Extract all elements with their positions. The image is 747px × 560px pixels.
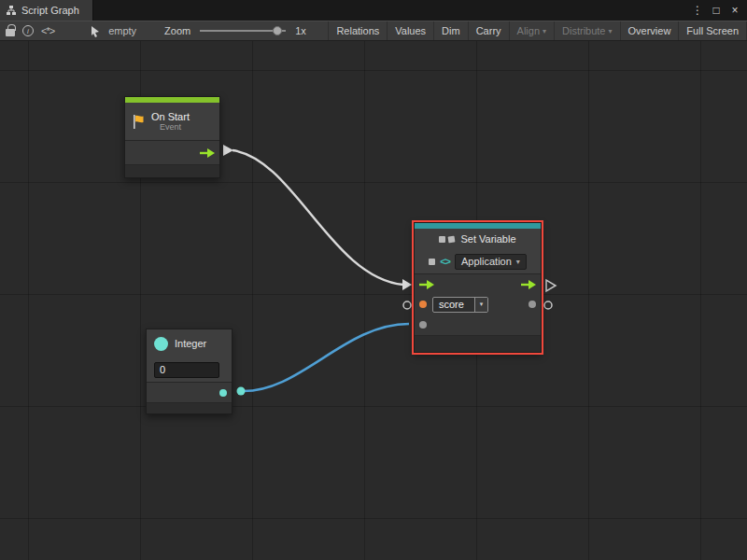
carry-button[interactable]: Carry: [468, 21, 509, 40]
value-output-port-open[interactable]: [544, 301, 552, 309]
relations-button[interactable]: Relations: [328, 21, 387, 40]
node-footer: [415, 335, 541, 352]
toolbar-buttons: Relations Values Dim Carry Align ▾ Distr…: [328, 21, 747, 40]
value-input-port[interactable]: [419, 321, 427, 329]
node-subtitle: Event: [151, 122, 190, 132]
lock-icon[interactable]: [6, 29, 15, 36]
integer-header: Integer: [147, 329, 232, 357]
wires-layer: [0, 41, 747, 560]
tab-title: Script Graph: [21, 5, 79, 16]
flow-output-port[interactable]: [200, 148, 215, 158]
wire-flow-onstart-setvariable[interactable]: [233, 150, 403, 285]
menu-icon[interactable]: ⋮: [689, 4, 706, 17]
flow-output-port-open[interactable]: [546, 280, 556, 291]
integer-value-field[interactable]: 0: [154, 362, 219, 378]
node-footer: [125, 164, 219, 177]
flow-output-port[interactable]: [521, 280, 536, 289]
node-integer[interactable]: Integer 0: [146, 329, 233, 414]
wire-value-integer-setvariable[interactable]: [241, 324, 409, 391]
selection-group: empty: [84, 21, 142, 40]
set-variable-kind-row: <> Application ▾: [415, 249, 541, 273]
variable-name-value: score: [433, 298, 474, 312]
scope-icon: [429, 259, 435, 265]
cursor-icon: [90, 25, 101, 37]
flow-arrowhead: [402, 279, 412, 290]
caret-down-icon: ▾: [543, 27, 546, 35]
graph-canvas[interactable]: On Start Event Set Variable <> Appli: [0, 41, 747, 560]
integer-type-icon: [154, 337, 168, 351]
script-graph-window: Script Graph ⋮ □ × i <*> empty Zoom 1x: [0, 0, 747, 560]
fullscreen-button[interactable]: Full Screen: [678, 21, 747, 40]
flow-ports-row: [415, 273, 541, 294]
integer-field-row: 0: [147, 357, 232, 382]
graph-icon: [6, 5, 17, 16]
tab-bar: Script Graph ⋮ □ ×: [0, 0, 747, 21]
set-variable-header: Set Variable: [415, 229, 541, 249]
name-input-port[interactable]: [419, 301, 427, 308]
variables-icon: [448, 235, 456, 243]
integer-output-port[interactable]: [219, 389, 227, 397]
zoom-label: Zoom: [164, 25, 190, 36]
maximize-icon[interactable]: □: [708, 4, 725, 17]
overview-button[interactable]: Overview: [620, 21, 679, 40]
caret-down-icon[interactable]: ▾: [474, 298, 487, 312]
align-button: Align ▾: [509, 21, 554, 40]
tab-script-graph[interactable]: Script Graph: [0, 0, 93, 21]
node-title: Integer: [175, 338, 206, 349]
value-output-port[interactable]: [529, 301, 536, 308]
flow-input-port[interactable]: [419, 280, 434, 289]
zoom-slider-knob[interactable]: [273, 26, 282, 35]
flow-output-connector[interactable]: [223, 145, 233, 156]
variables-icon: [439, 236, 445, 243]
value-ports-row: [415, 315, 541, 335]
node-title: On Start: [151, 111, 190, 122]
zoom-group: Zoom 1x: [159, 21, 312, 40]
selection-label: empty: [108, 25, 136, 36]
zoom-value: 1x: [295, 25, 306, 36]
caret-down-icon: ▾: [516, 258, 520, 266]
node-on-start[interactable]: On Start Event: [124, 96, 220, 178]
toolbar-left-icons: i <*>: [0, 21, 60, 40]
code-brackets-icon: <>: [440, 256, 450, 267]
node-footer: [147, 402, 232, 413]
caret-down-icon: ▾: [609, 27, 613, 35]
dim-button[interactable]: Dim: [433, 21, 468, 40]
variable-kind-dropdown[interactable]: Application ▾: [455, 254, 527, 270]
window-controls: ⋮ □ ×: [689, 0, 747, 21]
variable-name-dropdown[interactable]: score ▾: [432, 297, 488, 313]
close-icon[interactable]: ×: [726, 4, 743, 17]
graph-toolbar: i <*> empty Zoom 1x Relations Values Dim…: [0, 21, 747, 41]
distribute-button: Distribute ▾: [554, 21, 619, 40]
node-title: Set Variable: [460, 233, 515, 245]
node-set-variable[interactable]: Set Variable <> Application ▾: [414, 222, 542, 353]
name-ports-row: score ▾: [415, 294, 541, 315]
value-input-port-open[interactable]: [403, 301, 411, 309]
zoom-slider[interactable]: [200, 26, 286, 35]
on-start-header: On Start Event: [125, 103, 219, 140]
flag-icon: [131, 114, 146, 130]
code-icon[interactable]: <*>: [41, 25, 54, 36]
values-button[interactable]: Values: [387, 21, 433, 40]
on-start-output-row: [125, 140, 219, 164]
integer-output-row: [147, 382, 232, 402]
info-icon[interactable]: i: [22, 25, 34, 36]
